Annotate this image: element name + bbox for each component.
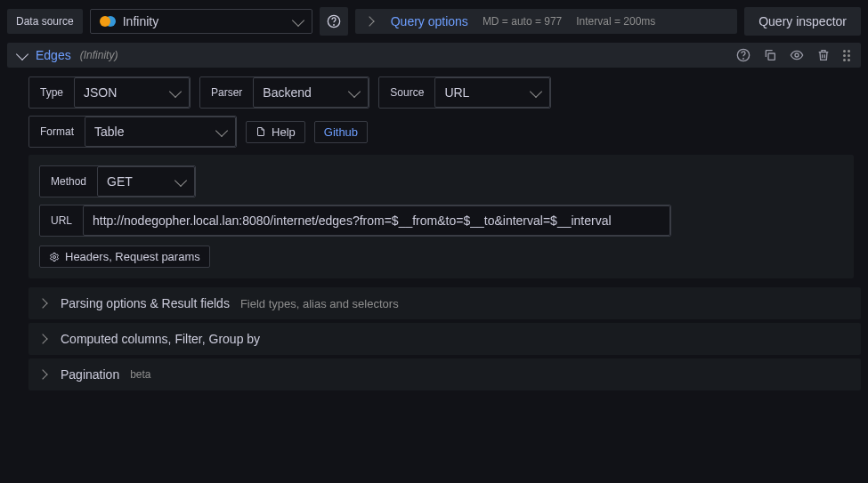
chevron-down-icon [16,47,28,60]
help-icon-button[interactable] [320,7,348,36]
computed-title: Computed columns, Filter, Group by [61,332,260,346]
svg-rect-4 [768,53,775,60]
interval-text: Interval = 200ms [576,15,655,28]
parser-select[interactable]: Backend [253,77,369,108]
pagination-title: Pagination [61,367,119,382]
source-label: Source [379,77,434,108]
type-field: Type JSON [28,76,191,109]
chevron-down-icon [174,173,187,186]
format-value: Table [94,125,208,139]
svg-point-5 [795,53,799,57]
method-select[interactable]: GET [97,166,195,197]
svg-point-1 [333,25,334,26]
pagination-section[interactable]: Pagination beta [28,358,861,390]
chevron-down-icon [530,85,542,97]
parser-field: Parser Backend [199,76,369,109]
url-label: URL [40,205,83,236]
chevron-right-icon [37,334,47,343]
question-circle-icon[interactable] [736,48,750,62]
type-value: JSON [84,85,162,100]
format-label: Format [29,117,85,147]
computed-section[interactable]: Computed columns, Filter, Group by [28,323,861,355]
format-select[interactable]: Table [85,117,236,147]
parsing-hint: Field types, alias and selectors [240,297,399,310]
parsing-title: Parsing options & Result fields [61,296,230,310]
parser-value: Backend [263,85,341,100]
document-icon [256,126,266,137]
source-field: Source URL [378,76,551,109]
query-options-link[interactable]: Query options [391,14,468,28]
chevron-down-icon [292,13,304,26]
question-circle-icon [327,14,341,28]
svg-point-6 [53,255,56,258]
chevron-down-icon [169,85,182,97]
source-value: URL [444,85,523,100]
infinity-icon [100,15,116,28]
eye-icon[interactable] [790,48,804,62]
chevron-right-icon [364,16,374,26]
data-source-label: Data source [7,9,83,34]
chevron-down-icon [215,124,228,136]
trash-icon[interactable] [816,48,831,62]
help-label: Help [272,125,296,139]
gear-icon [49,252,60,262]
query-options-bar[interactable]: Query options MD = auto = 977 Interval =… [355,9,737,34]
md-text: MD = auto = 977 [483,15,562,28]
github-button[interactable]: Github [314,121,368,143]
query-row-header[interactable]: Edges (Infinity) [7,43,861,68]
parser-label: Parser [200,77,253,108]
method-field: Method GET [39,165,196,197]
chevron-right-icon [37,369,47,379]
url-field: URL [39,205,671,237]
query-name[interactable]: Edges [36,48,71,62]
copy-icon[interactable] [763,48,777,62]
type-label: Type [29,77,74,108]
query-inspector-button[interactable]: Query inspector [744,7,861,36]
svg-point-3 [743,59,744,60]
headers-label: Headers, Request params [65,250,200,263]
data-source-picker[interactable]: Infinity [90,9,312,34]
method-value: GET [107,174,167,189]
source-select[interactable]: URL [434,77,550,108]
url-input[interactable] [83,205,670,236]
method-label: Method [40,166,97,197]
help-button[interactable]: Help [246,121,305,143]
data-source-name: Infinity [123,14,287,28]
drag-handle-icon[interactable] [843,50,850,61]
beta-badge: beta [130,368,150,381]
headers-params-button[interactable]: Headers, Request params [39,246,210,268]
chevron-right-icon [37,298,47,308]
parsing-section[interactable]: Parsing options & Result fields Field ty… [28,287,861,319]
query-datasource-hint: (Infinity) [80,49,118,61]
chevron-down-icon [348,85,361,97]
format-field: Format Table [28,116,237,148]
type-select[interactable]: JSON [74,77,190,108]
